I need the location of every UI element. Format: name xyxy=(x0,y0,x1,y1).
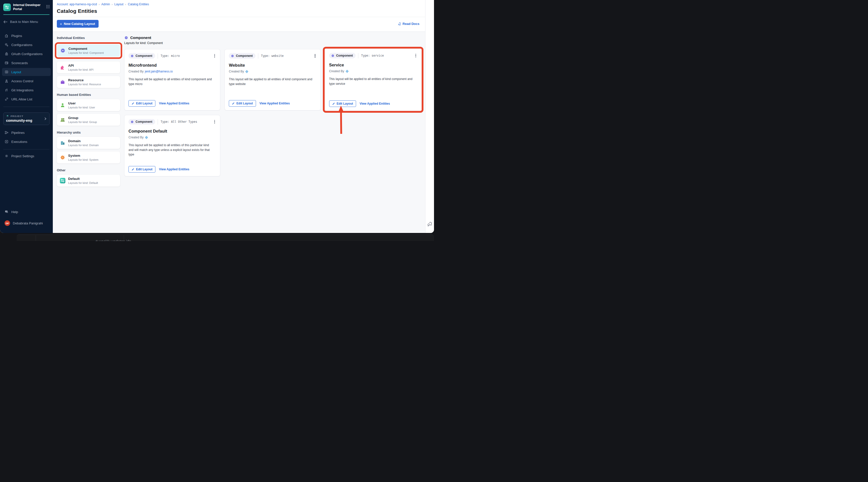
entity-item-group[interactable]: Group Layouts for kind: Group xyxy=(57,114,120,126)
help-chat-icon: ? xyxy=(4,210,8,214)
sidebar-item-configurations[interactable]: Configurations xyxy=(2,41,51,49)
sidebar-item-pipelines[interactable]: Pipelines xyxy=(2,128,51,137)
app-window: Internal Developer Portal Back to Main M… xyxy=(0,0,434,233)
component-chip-icon xyxy=(130,54,134,58)
layout-card-microfrontend: Component Type: micro Microfrontend Crea… xyxy=(124,49,220,111)
link-icon xyxy=(4,97,8,101)
gear-icon xyxy=(4,154,8,158)
annotation-box: Component Type: service Service Created … xyxy=(323,47,424,113)
toolbar: + New Catalog Layout Read Docs xyxy=(53,17,434,31)
edit-layout-button[interactable]: Edit Layout xyxy=(229,100,256,107)
page-gutter xyxy=(425,0,434,233)
read-docs-link[interactable]: Read Docs xyxy=(398,22,420,26)
card-title: Component Default xyxy=(128,129,216,133)
component-chip-icon xyxy=(60,48,66,53)
background-channel-text: # weekly-updates-idp xyxy=(96,239,131,241)
doc-arrow-icon xyxy=(398,22,401,26)
card-description: This layout will be applied to all entit… xyxy=(128,143,216,157)
sidebar-divider xyxy=(3,107,50,107)
kebab-menu-icon[interactable] xyxy=(213,119,216,124)
section-title: Human based Entities xyxy=(57,93,120,97)
card-description: This layout will be applied to all entit… xyxy=(229,77,316,86)
sidebar-item-layout[interactable]: Layout xyxy=(2,68,51,76)
entity-item-user[interactable]: User Layouts for kind: User xyxy=(57,99,120,111)
created-by-link[interactable]: jenil.jain@harness.io xyxy=(145,70,173,73)
default-layout-icon xyxy=(60,178,65,183)
sidebar-menu: Plugins Configurations xyxy=(0,25,53,104)
entity-item-resource[interactable]: Resource Layouts for kind: Resource xyxy=(57,76,120,88)
breadcrumb-layout[interactable]: Layout xyxy=(115,2,123,6)
breadcrumb-admin[interactable]: Admin xyxy=(101,2,110,6)
content-area: Individual Entities Component Layouts fo… xyxy=(53,31,434,233)
desktop-background: Internal Developer Portal Back to Main M… xyxy=(0,0,434,241)
project-eyebrow-label: PROJECT xyxy=(10,115,23,118)
page-title: Catalog Entities xyxy=(57,8,430,14)
type-label: Type: service xyxy=(358,53,384,58)
kind-header: Component xyxy=(124,35,421,40)
kebab-menu-icon[interactable] xyxy=(213,53,216,59)
chat-bubbles-icon[interactable] xyxy=(427,221,433,227)
breadcrumb-catalog-entities[interactable]: Catalog Entities xyxy=(128,2,149,6)
pencil-icon xyxy=(232,102,235,105)
card-title: Website xyxy=(229,63,316,68)
app-grid-icon[interactable] xyxy=(46,5,50,9)
breadcrumb-separator: › xyxy=(112,3,113,6)
arrow-left-icon xyxy=(3,20,7,24)
edit-layout-button[interactable]: Edit Layout xyxy=(128,100,155,107)
card-title: Service xyxy=(329,63,417,67)
view-applied-entities-link[interactable]: View Applied Entities xyxy=(159,102,189,105)
entity-item-domain[interactable]: Domain Layouts for kind: Domain xyxy=(57,137,120,149)
layout-card-component-default: Component Type: All Other Types Componen… xyxy=(124,115,220,176)
user-menu[interactable]: DP Debabrata Panigrahi xyxy=(2,218,51,228)
kebab-menu-icon[interactable] xyxy=(414,53,417,58)
project-name: community-eng xyxy=(6,119,32,122)
background-divider xyxy=(36,235,36,241)
project-selector[interactable]: PROJECT community-eng xyxy=(3,113,50,125)
sidebar-item-executions[interactable]: Executions xyxy=(2,138,51,146)
pencil-icon xyxy=(332,102,335,105)
sidebar-item-oauth-configurations[interactable]: OAuth Configurations xyxy=(2,50,51,58)
entity-kind-panel: Individual Entities Component Layouts fo… xyxy=(57,35,120,233)
pencil-icon xyxy=(131,168,134,171)
edit-layout-button[interactable]: Edit Layout xyxy=(329,100,356,107)
component-badge: Component xyxy=(329,53,356,58)
idp-logo-icon xyxy=(3,3,11,11)
sidebar-header: Internal Developer Portal xyxy=(0,0,53,14)
back-to-main-menu[interactable]: Back to Main Menu xyxy=(0,15,53,25)
sidebar-item-git-integrations[interactable]: Git Integrations xyxy=(2,86,51,94)
created-by-row: Created By xyxy=(329,69,417,73)
entity-item-api[interactable]: API Layouts for kind: API xyxy=(57,61,120,73)
back-label: Back to Main Menu xyxy=(10,20,38,24)
card-title: Microfrontend xyxy=(128,63,216,68)
api-puzzle-icon xyxy=(60,65,65,70)
sidebar-item-url-allow-list[interactable]: URL Allow List xyxy=(2,95,51,103)
kebab-menu-icon[interactable] xyxy=(314,53,316,59)
sidebar-item-plugins[interactable]: Plugins xyxy=(2,32,51,40)
entity-item-system[interactable]: System Layouts for kind: System xyxy=(57,151,120,163)
user-name: Debabrata Panigrahi xyxy=(13,221,43,225)
plus-icon: + xyxy=(60,22,62,26)
harness-logo-icon xyxy=(345,70,349,73)
sidebar-item-access-control[interactable]: Access Control xyxy=(2,77,51,85)
layout-card-service: Component Type: service Service Created … xyxy=(325,49,421,111)
edit-layout-button[interactable]: Edit Layout xyxy=(128,166,155,173)
project-menu: Pipelines Executions xyxy=(0,128,53,147)
breadcrumb: Account: app-harness-ng-cicd › Admin › L… xyxy=(57,2,430,6)
app-title: Internal Developer Portal xyxy=(13,3,44,11)
view-applied-entities-link[interactable]: View Applied Entities xyxy=(360,102,390,106)
section-title: Other xyxy=(57,168,120,172)
background-window: # weekly-updates-idp xyxy=(0,233,434,241)
breadcrumb-account[interactable]: Account: app-harness-ng-cicd xyxy=(57,2,97,6)
section-title: Individual Entities xyxy=(57,36,120,40)
annotation-box: Component Layouts for kind: Component xyxy=(55,42,122,59)
harness-logo-icon xyxy=(145,136,148,139)
lock-icon xyxy=(4,52,8,56)
entity-item-default[interactable]: Default Layouts for kind: Default xyxy=(57,175,120,187)
help-button[interactable]: ? Help xyxy=(2,208,51,216)
new-catalog-layout-button[interactable]: + New Catalog Layout xyxy=(57,20,99,28)
sidebar-item-scorecards[interactable]: Scorecards xyxy=(2,59,51,67)
entity-item-component[interactable]: Component Layouts for kind: Component xyxy=(57,44,120,57)
view-applied-entities-link[interactable]: View Applied Entities xyxy=(259,102,290,105)
view-applied-entities-link[interactable]: View Applied Entities xyxy=(159,168,189,171)
sidebar-item-project-settings[interactable]: Project Settings xyxy=(2,152,51,160)
